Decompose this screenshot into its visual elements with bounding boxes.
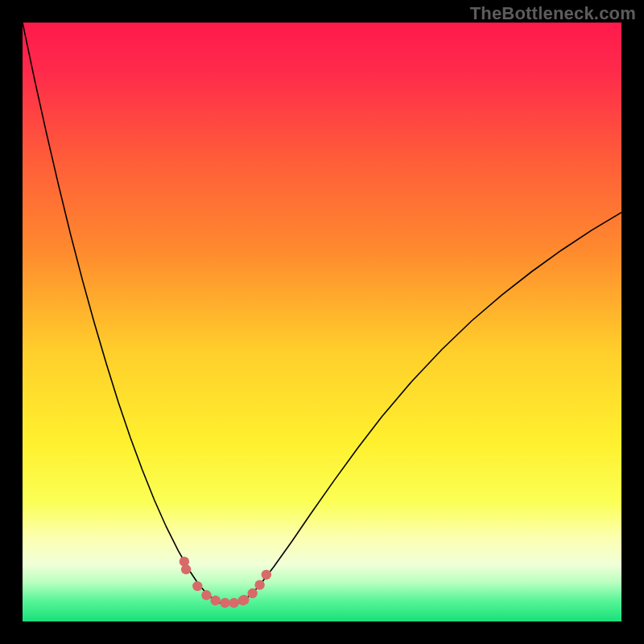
curve-marker	[254, 580, 264, 589]
curve-marker	[229, 598, 238, 608]
curve-marker	[192, 581, 202, 591]
watermark-text: TheBottleneck.com	[470, 3, 636, 24]
chart-frame	[23, 23, 621, 621]
curve-marker	[248, 588, 258, 598]
curve-marker	[210, 596, 220, 605]
curve-marker	[181, 564, 191, 574]
curve-marker	[220, 598, 229, 608]
bottleneck-chart	[23, 23, 621, 621]
chart-background	[23, 23, 621, 621]
curve-marker	[262, 570, 271, 580]
curve-marker	[201, 590, 211, 600]
curve-marker	[239, 595, 249, 605]
